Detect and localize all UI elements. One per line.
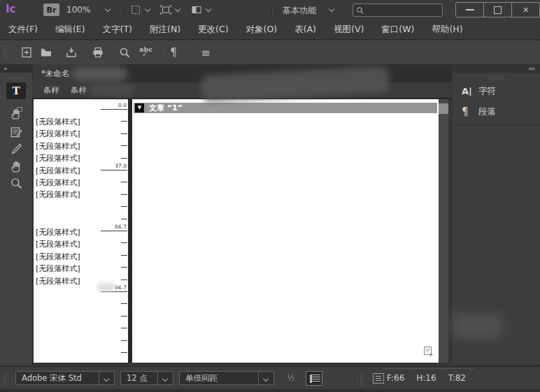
toolbar-separator	[161, 45, 162, 60]
leading-select[interactable]: 单倍间距	[179, 371, 274, 385]
menu-item[interactable]: 对象(O)	[246, 24, 278, 36]
tools-panel: » T	[0, 64, 33, 365]
depth-ruler-tick	[121, 242, 127, 243]
search-input[interactable]	[364, 5, 442, 15]
depth-ruler: 0.037.066.766.7	[34, 99, 128, 363]
menu-item[interactable]: 文件(F)	[8, 24, 38, 36]
arrange-documents-icon[interactable]	[190, 3, 204, 16]
screen-mode-chevron-down-icon[interactable]	[175, 7, 180, 13]
hand-tool[interactable]	[0, 158, 32, 175]
bridge-button[interactable]: Br	[43, 3, 59, 16]
view-options-chevron-down-icon[interactable]	[145, 7, 150, 13]
tools-panel-header[interactable]: »	[0, 64, 32, 73]
statusbar-gripper[interactable]	[360, 372, 364, 386]
depth-ruler-tick	[121, 267, 127, 268]
view-tab[interactable]: 条样	[43, 85, 59, 96]
maximize-icon	[494, 6, 502, 14]
depth-ruler-tick	[121, 340, 127, 341]
character-panel-button[interactable]: A| 字符	[453, 81, 540, 101]
toolbar-gripper[interactable]	[3, 45, 8, 59]
scrollbar-top-block[interactable]	[439, 103, 448, 114]
workspace-chevron-down-icon[interactable]	[329, 7, 334, 13]
depth-ruler-tick	[121, 121, 127, 122]
layout-jump-icon[interactable]	[423, 346, 434, 359]
font-family-chevron[interactable]	[99, 372, 114, 384]
toolbar-menu-icon[interactable]: ≡	[199, 45, 213, 59]
chevron-down-icon	[263, 377, 269, 382]
toolbar-separator	[194, 45, 194, 60]
depth-ruler-tick	[121, 133, 127, 134]
leading-value: 单倍间距	[180, 373, 258, 384]
tools-panel-gripper[interactable]	[8, 75, 24, 79]
statusbar-gripper[interactable]	[3, 372, 8, 386]
spell-check-icon[interactable]: abc ✓	[138, 45, 152, 59]
titlebar-separator	[271, 3, 272, 16]
minimize-button[interactable]	[456, 3, 483, 17]
font-family-select[interactable]: Adobe 宋体 Std	[15, 371, 115, 385]
depth-ruler-label: 0.0	[101, 102, 127, 110]
font-size-chevron[interactable]	[157, 372, 173, 384]
vertical-scrollbar[interactable]	[439, 99, 448, 363]
type-tool[interactable]: T	[6, 82, 26, 99]
menu-item[interactable]: 附注(N)	[150, 24, 180, 36]
menu-item[interactable]: 表(A)	[294, 24, 316, 36]
story-info-icon[interactable]	[373, 373, 384, 384]
story-header-bar[interactable]: ▼ 文章 “1”	[134, 103, 437, 113]
status-bar: Adobe 宋体 Std 12 点 单倍间距 ½ F:66H:16T:82	[0, 366, 540, 390]
position-tool[interactable]	[0, 105, 32, 122]
zoom-icon[interactable]	[118, 45, 132, 59]
depth-ruler-tick	[121, 303, 127, 304]
menu-item[interactable]: 编辑(E)	[55, 24, 85, 36]
paragraph-panel-button[interactable]: ¶ 段落	[453, 102, 540, 122]
line-numbers-icon[interactable]: ½	[287, 373, 295, 383]
arrange-documents-chevron-down-icon[interactable]	[206, 7, 211, 13]
window-bottom-edge	[0, 389, 540, 392]
menu-item[interactable]: 窗口(W)	[381, 24, 414, 36]
depth-ruler-tick	[121, 316, 127, 317]
depth-ruler-tick	[121, 182, 127, 182]
expand-panels-icon[interactable]: ««	[528, 64, 534, 73]
zoom-tool[interactable]	[0, 175, 32, 191]
copyfit-stats: F:66H:16T:82	[387, 373, 466, 383]
hidden-characters-icon[interactable]: ¶	[166, 45, 180, 59]
galley-appearance-toggle[interactable]	[306, 371, 322, 386]
story-info-glyph	[376, 376, 381, 382]
print-icon[interactable]	[91, 45, 105, 59]
screen-mode-icon[interactable]	[159, 3, 173, 16]
note-tool[interactable]	[0, 124, 32, 140]
workspace-switcher[interactable]: 基本功能	[283, 5, 316, 17]
maximize-button[interactable]	[483, 3, 511, 17]
right-panel-gripper[interactable]	[488, 75, 504, 79]
menu-item[interactable]: 帮助(H)	[432, 24, 462, 36]
toolbar-separator	[112, 45, 113, 60]
depth-ruler-tick	[121, 145, 127, 146]
new-document-icon[interactable]	[20, 45, 34, 59]
story-collapse-triangle-icon[interactable]: ▼	[135, 103, 144, 112]
leading-chevron[interactable]	[258, 372, 273, 384]
character-icon: A|	[462, 86, 478, 96]
menu-item[interactable]: 视图(V)	[334, 24, 364, 36]
save-content-icon[interactable]	[64, 45, 78, 59]
depth-ruler-label: 37.0	[101, 163, 127, 170]
view-options-icon[interactable]	[129, 3, 143, 16]
depth-ruler-label: 66.7	[101, 284, 127, 292]
menu-item[interactable]: 文字(T)	[103, 24, 132, 36]
story-editor-area[interactable]: ▼ 文章 “1”	[132, 99, 439, 363]
story-title: 文章 “1”	[149, 103, 183, 113]
depth-ruler-tick	[121, 352, 127, 353]
zoom-chevron-down-icon[interactable]	[105, 7, 111, 13]
close-button[interactable]: ✕	[511, 3, 539, 17]
open-folder-icon[interactable]	[39, 45, 53, 59]
document-tab[interactable]: *未命名	[33, 64, 120, 82]
right-panel-header: ««	[453, 64, 540, 73]
paragraph-icon: ¶	[462, 106, 478, 118]
toolbar-separator	[83, 45, 83, 60]
view-tab[interactable]: 条样	[71, 85, 87, 96]
copyfit-stat: T:82	[448, 373, 466, 383]
copyfit-stat: F:66	[387, 373, 404, 383]
zoom-level-value[interactable]: 100%	[66, 5, 90, 15]
menu-item[interactable]: 更改(C)	[198, 24, 228, 36]
eyedropper-tool[interactable]	[0, 141, 32, 158]
depth-ruler-tick	[121, 219, 127, 219]
font-size-select[interactable]: 12 点	[120, 371, 173, 385]
